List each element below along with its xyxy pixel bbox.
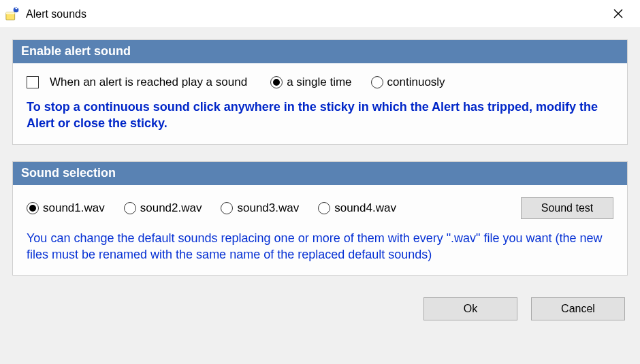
play-mode-continuous-label: continuosly: [387, 76, 445, 89]
enable-note: To stop a continuous sound click anywher…: [27, 99, 613, 132]
sound4-label: sound4.wav: [334, 201, 396, 215]
title-bar: Alert sounds: [0, 0, 640, 27]
cancel-button[interactable]: Cancel: [531, 297, 625, 320]
sound1-label: sound1.wav: [43, 201, 105, 215]
enable-group-header: Enable alert sound: [13, 40, 627, 63]
selection-note: You can change the default sounds replac…: [27, 230, 613, 263]
sound-selection-group: Sound selection sound1.wav sound2.wav so…: [12, 161, 628, 276]
enable-alert-sound-group: Enable alert sound When an alert is reac…: [12, 39, 628, 145]
svg-rect-1: [6, 12, 15, 14]
play-sound-checkbox[interactable]: [27, 76, 39, 88]
radio-icon: [270, 76, 283, 88]
close-icon: [613, 9, 623, 18]
sound3-label: sound3.wav: [237, 201, 299, 215]
sound4-option[interactable]: sound4.wav: [318, 201, 396, 215]
ok-button[interactable]: Ok: [423, 297, 517, 320]
app-icon: [4, 5, 20, 22]
close-button[interactable]: [603, 3, 633, 24]
window-title: Alert sounds: [26, 7, 603, 20]
radio-icon: [318, 202, 330, 214]
radio-icon: [371, 76, 383, 88]
sound1-option[interactable]: sound1.wav: [27, 201, 105, 215]
selection-group-header: Sound selection: [13, 162, 627, 185]
radio-icon: [27, 202, 39, 214]
dialog-client-area: Enable alert sound When an alert is reac…: [0, 27, 640, 364]
play-mode-single-label: a single time: [287, 76, 351, 89]
sound-test-button[interactable]: Sound test: [521, 197, 613, 219]
radio-icon: [124, 202, 136, 214]
play-sound-label: When an alert is reached play a sound: [50, 76, 247, 89]
radio-icon: [221, 202, 233, 214]
enable-row: When an alert is reached play a sound a …: [27, 76, 613, 89]
play-mode-single-option[interactable]: a single time: [270, 76, 351, 89]
sound3-option[interactable]: sound3.wav: [221, 201, 299, 215]
sound2-label: sound2.wav: [140, 201, 202, 215]
play-mode-continuous-option[interactable]: continuosly: [371, 76, 445, 89]
sound2-option[interactable]: sound2.wav: [124, 201, 202, 215]
dialog-footer: Ok Cancel: [12, 292, 628, 320]
sound-selection-row: sound1.wav sound2.wav sound3.wav sound4.…: [27, 197, 613, 219]
